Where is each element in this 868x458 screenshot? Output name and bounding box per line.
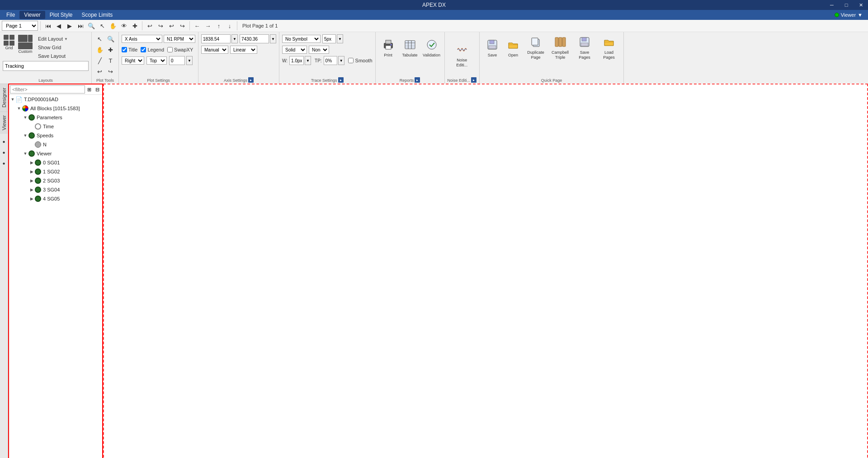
- save-button[interactable]: Save: [482, 34, 502, 61]
- side-ctrl-1[interactable]: ●: [0, 136, 9, 146]
- axis-linear-select[interactable]: Linear: [230, 46, 257, 54]
- trace-symbol-select[interactable]: No Symbol: [282, 35, 321, 43]
- grid-label: Grid: [5, 46, 13, 50]
- trace-settings-expand[interactable]: ▸: [338, 77, 344, 83]
- arrow-down-button[interactable]: ↓: [225, 21, 235, 31]
- tree-expand-all-btn[interactable]: ⊞: [85, 85, 93, 93]
- arrow-up-button[interactable]: ↑: [214, 21, 224, 31]
- tree-item-time[interactable]: Time: [9, 122, 102, 131]
- plot-tool-redo[interactable]: ↪: [106, 66, 116, 76]
- offset-down-btn[interactable]: ▼: [186, 56, 193, 65]
- tree-item-all-blocks[interactable]: ▼ All Blocks [1015-1583]: [9, 104, 102, 113]
- tree-filter-input[interactable]: [10, 85, 85, 93]
- print-button[interactable]: Print: [378, 34, 398, 61]
- nav-prev-button[interactable]: ◀: [54, 21, 64, 31]
- trace-size-input[interactable]: [322, 34, 336, 43]
- menu-viewer[interactable]: Viewer: [19, 11, 45, 19]
- nav-next-button[interactable]: ▶: [65, 21, 75, 31]
- eye-button[interactable]: 👁: [119, 21, 129, 31]
- zoom-in-button[interactable]: 🔍: [86, 21, 96, 31]
- duplicate-page-button[interactable]: Duplicate Page: [524, 34, 547, 61]
- undo-button[interactable]: ↩: [145, 21, 155, 31]
- arrow-right-button[interactable]: →: [203, 21, 213, 31]
- noise-edit-button[interactable]: Noise Editi...: [452, 42, 472, 69]
- side-ctrl-2[interactable]: ●: [0, 147, 9, 157]
- axis-from-input[interactable]: [201, 34, 231, 43]
- tracking-input[interactable]: [3, 61, 89, 71]
- axis-to-input[interactable]: [240, 34, 269, 43]
- nav-first-button[interactable]: ⏮: [43, 21, 53, 31]
- reports-expand[interactable]: ▸: [415, 77, 420, 83]
- axis-from-down[interactable]: ▼: [231, 34, 238, 43]
- minimize-button[interactable]: ─: [825, 0, 839, 10]
- trace-width-input[interactable]: [289, 56, 304, 65]
- menu-file[interactable]: File: [2, 11, 19, 19]
- plot-tool-text[interactable]: T: [106, 56, 116, 65]
- trace-smooth-checkbox[interactable]: [348, 58, 354, 63]
- tree-item-n[interactable]: N: [9, 140, 102, 149]
- plot-tool-line[interactable]: ╱: [95, 56, 105, 65]
- xaxis-select[interactable]: X Axis: [122, 35, 162, 43]
- menu-plot-style[interactable]: Plot Style: [45, 11, 77, 19]
- plot-area[interactable]: [103, 84, 868, 458]
- plot-tool-marker[interactable]: ✚: [106, 45, 116, 55]
- grid-layout-button[interactable]: Grid: [3, 34, 15, 51]
- tree-item-parameters[interactable]: ▼ Parameters: [9, 113, 102, 122]
- tree-item-sg05[interactable]: ▶ 4 SG05: [9, 194, 102, 203]
- load-pages-button[interactable]: Load Pages: [597, 34, 621, 61]
- tree-item-sg04[interactable]: ▶ 3 SG04: [9, 185, 102, 194]
- swapxy-checkbox[interactable]: [167, 47, 173, 52]
- noise-edit-expand[interactable]: ▸: [471, 77, 476, 83]
- tree-item-viewer-node[interactable]: ▼ Viewer: [9, 149, 102, 158]
- campbell-triple-button[interactable]: Campbell Triple: [548, 34, 572, 61]
- hand-button[interactable]: ✋: [108, 21, 118, 31]
- tabulate-button[interactable]: Tabulate: [400, 34, 420, 61]
- close-button[interactable]: ✕: [854, 0, 868, 10]
- save-layout-button[interactable]: Save Layout: [35, 52, 71, 60]
- trace-size-down[interactable]: ▼: [337, 34, 343, 43]
- tree-item-root[interactable]: ▼ 📄 T.DP000016AD: [9, 95, 102, 104]
- trace-solid-select[interactable]: Solid: [282, 46, 307, 54]
- trace-tp-input[interactable]: [324, 56, 337, 65]
- offset-input[interactable]: [169, 56, 185, 65]
- side-tab-designer[interactable]: Designer: [0, 84, 8, 111]
- select-button[interactable]: ↖: [97, 21, 107, 31]
- tree-item-sg03[interactable]: ▶ 2 SG03: [9, 176, 102, 185]
- save-pages-button[interactable]: Save Pages: [573, 34, 596, 61]
- top-select[interactable]: Top: [146, 56, 167, 65]
- redo2-button[interactable]: ↪: [177, 21, 187, 31]
- right-select[interactable]: Right: [122, 56, 144, 65]
- tree-item-sg02[interactable]: ▶ 1 SG02: [9, 167, 102, 176]
- marker-button[interactable]: ✚: [130, 21, 140, 31]
- side-ctrl-3[interactable]: ●: [0, 158, 9, 168]
- validation-button[interactable]: Validation: [422, 34, 442, 61]
- menu-scope-limits[interactable]: Scope Limits: [77, 11, 118, 19]
- nav-last-button[interactable]: ⏭: [75, 21, 85, 31]
- custom-layout-button[interactable]: Custom: [17, 34, 33, 55]
- redo-button[interactable]: ↪: [156, 21, 165, 31]
- legend-checkbox[interactable]: [141, 47, 146, 52]
- trace-width-down[interactable]: ▼: [305, 56, 311, 65]
- arrow-left-button[interactable]: ←: [192, 21, 202, 31]
- axis-to-down[interactable]: ▼: [270, 34, 276, 43]
- trace-tp-down[interactable]: ▼: [338, 56, 344, 65]
- side-tab-viewer[interactable]: Viewer: [0, 111, 8, 134]
- axis-settings-expand[interactable]: ▸: [248, 77, 254, 83]
- title-checkbox[interactable]: [122, 47, 127, 52]
- tree-collapse-all-btn[interactable]: ⊟: [93, 85, 101, 93]
- xaxis-channel-select[interactable]: N1 RPM: [164, 35, 195, 43]
- tree-item-speeds[interactable]: ▼ Speeds: [9, 131, 102, 140]
- edit-layout-button[interactable]: Edit Layout ▼: [35, 35, 71, 43]
- plot-tool-pan[interactable]: ✋: [95, 45, 105, 55]
- plot-tool-cursor[interactable]: ↖: [95, 34, 105, 44]
- show-grid-button[interactable]: Show Grid: [35, 43, 71, 51]
- undo2-button[interactable]: ↩: [166, 21, 176, 31]
- restore-button[interactable]: □: [839, 0, 854, 10]
- axis-manual-select[interactable]: Manual: [201, 46, 228, 54]
- plot-tool-zoom[interactable]: 🔍: [106, 34, 116, 44]
- open-button[interactable]: Open: [503, 34, 523, 61]
- plot-tool-undo[interactable]: ↩: [95, 66, 105, 76]
- page-select[interactable]: Page 1: [2, 21, 38, 31]
- tree-item-sg01[interactable]: ▶ 0 SG01: [9, 158, 102, 167]
- trace-none-select[interactable]: None: [309, 46, 329, 54]
